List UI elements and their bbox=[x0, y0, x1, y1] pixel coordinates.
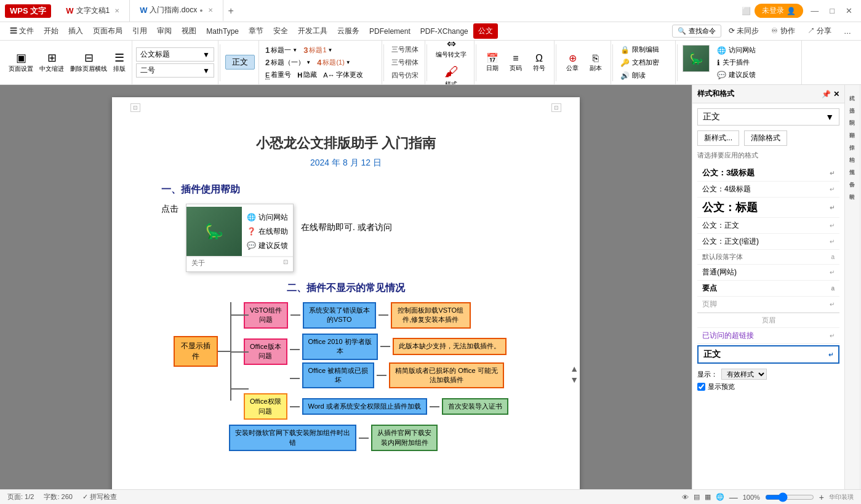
menu-more[interactable]: … bbox=[839, 25, 856, 38]
panel-pin-btn[interactable]: 📌 bbox=[822, 90, 831, 98]
del-header-btn[interactable]: ⊟ 删除页眉横线 bbox=[68, 50, 110, 74]
style-item-body-current[interactable]: 正文 ↵ bbox=[697, 345, 839, 364]
about-plugin-btn[interactable]: ℹ 关于插件 bbox=[715, 57, 758, 68]
popup-feedback-btn[interactable]: 💬 建议反馈 bbox=[247, 241, 288, 251]
screen-icon[interactable]: ⬜ bbox=[742, 7, 751, 15]
style-item-default-para[interactable]: 默认段落字体 a bbox=[697, 250, 839, 265]
scroll-down-btn[interactable]: ▼ bbox=[570, 375, 579, 385]
menu-insert[interactable]: 插入 bbox=[63, 23, 88, 39]
display-select[interactable]: 有效样式 bbox=[721, 369, 767, 380]
menu-unsync[interactable]: ⟳ 未同步 bbox=[724, 23, 764, 39]
date-btn[interactable]: 📅 日期 bbox=[481, 50, 503, 75]
zoom-out-btn[interactable]: — bbox=[729, 492, 738, 502]
hide-btn[interactable]: H 隐藏 bbox=[295, 70, 319, 80]
strip-map-icon[interactable]: 映射 bbox=[847, 188, 857, 191]
symbol-btn[interactable]: Ω 符号 bbox=[528, 50, 550, 75]
menu-official[interactable]: 公文 bbox=[473, 23, 498, 39]
strip-select-icon[interactable]: 选择 bbox=[847, 102, 857, 105]
current-style-box[interactable]: 正文 ▼ bbox=[697, 108, 839, 126]
menu-mathtype[interactable]: MathType bbox=[201, 25, 244, 38]
menu-chapter[interactable]: 章节 bbox=[244, 23, 268, 39]
menu-view[interactable]: 视图 bbox=[177, 23, 201, 39]
menu-review[interactable]: 审阅 bbox=[152, 23, 177, 39]
menu-share[interactable]: ↗ 分享 bbox=[803, 23, 836, 39]
cn-compact-btn[interactable]: ⊞ 中文缩进 bbox=[37, 50, 66, 74]
search-command[interactable]: 🔍 查找命令 bbox=[672, 25, 721, 38]
app-logo[interactable]: WPS 文字 bbox=[5, 4, 51, 18]
doc-encrypt-btn[interactable]: 🔑 文档加密 bbox=[618, 57, 671, 68]
strip-restrict-icon[interactable]: 限制 bbox=[847, 114, 857, 117]
panel-close-btn[interactable]: ✕ bbox=[833, 90, 839, 98]
menu-home[interactable]: 开始 bbox=[39, 23, 63, 39]
menu-devtools[interactable]: 开发工具 bbox=[293, 23, 332, 39]
show-preview-checkbox[interactable] bbox=[697, 383, 705, 391]
style-item-h3[interactable]: 公文：3级标题 ↵ bbox=[697, 165, 839, 182]
bold-mark-btn[interactable]: E 着重号 bbox=[263, 70, 294, 80]
menu-collab[interactable]: ♾ 协作 bbox=[766, 23, 799, 39]
menu-file[interactable]: ☰ 文件 bbox=[5, 23, 39, 39]
strip-structure-icon[interactable]: 结构 bbox=[847, 151, 857, 154]
scroll-up-btn[interactable]: ▲ bbox=[570, 364, 579, 374]
strip-attr-icon[interactable]: 属性 bbox=[847, 164, 857, 166]
popup-help-btn[interactable]: ❓ 在线帮助 bbox=[247, 226, 288, 237]
zoom-slider[interactable] bbox=[765, 492, 814, 502]
list3-btn[interactable]: 四号仿宋 bbox=[389, 70, 421, 81]
doc-scroll-area[interactable]: ⊡ ⊡ 小恐龙公文排版助手 入门指南 2024 年 8 月 12 日 一、插件使… bbox=[0, 85, 692, 489]
menu-reference[interactable]: 引用 bbox=[127, 23, 152, 39]
convert-btn[interactable]: ⇔ 编号转文字 bbox=[432, 41, 470, 62]
menu-security[interactable]: 安全 bbox=[268, 23, 293, 39]
tab-doc1[interactable]: W 文字文稿1 ✕ bbox=[56, 0, 130, 22]
style-item-body-indent[interactable]: 公文：正文(缩进) ↵ bbox=[697, 234, 839, 250]
font-change-btn[interactable]: A↔ 字体更改 bbox=[321, 70, 365, 80]
menu-pdfelement[interactable]: PDFelement bbox=[364, 25, 415, 38]
maximize-button[interactable]: □ bbox=[826, 5, 838, 17]
style-item-web[interactable]: 普通(网站) ↵ bbox=[697, 265, 839, 281]
body-format-btn[interactable]: 正文 bbox=[225, 55, 255, 70]
strip-operate-icon[interactable]: 操作 bbox=[847, 139, 857, 142]
tab2-close[interactable]: ✕ bbox=[208, 7, 213, 14]
common-seal-btn[interactable]: ⊕ 公章 bbox=[561, 50, 583, 75]
restrict-edit-btn[interactable]: 🔒 限制编辑 bbox=[618, 44, 671, 55]
clear-format-btn[interactable]: 清除格式 bbox=[744, 130, 787, 146]
login-button[interactable]: 未登录 👤 bbox=[755, 4, 803, 18]
style-item-title[interactable]: 公文：标题 ↵ bbox=[697, 198, 839, 218]
strip-backup-icon[interactable]: 备份 bbox=[847, 176, 857, 178]
visit-website-btn[interactable]: 🌐 访问网站 bbox=[715, 45, 758, 55]
view-web-icon[interactable]: 🌐 bbox=[716, 493, 724, 501]
format-btn[interactable]: ☰ 排版 bbox=[111, 50, 128, 74]
menu-pdfxchange[interactable]: PDF-XChange bbox=[415, 25, 473, 38]
style-item-footer[interactable]: 页脚 ↵ bbox=[697, 297, 839, 313]
popup-visit-btn[interactable]: 🌐 访问网站 bbox=[247, 212, 288, 223]
minimize-button[interactable]: — bbox=[807, 5, 822, 17]
view-layout-icon[interactable]: ▤ bbox=[694, 493, 700, 501]
close-button[interactable]: ✕ bbox=[842, 5, 856, 17]
menu-cloud[interactable]: 云服务 bbox=[332, 23, 364, 39]
add-tab-button[interactable]: + bbox=[223, 6, 239, 17]
list2-btn[interactable]: 三号楷体 bbox=[389, 57, 421, 68]
style-num-dropdown[interactable]: 二号 ▼ bbox=[136, 63, 214, 78]
list1-btn[interactable]: 三号黑体 bbox=[389, 44, 421, 55]
suggest-btn[interactable]: 💬 建议反馈 bbox=[715, 70, 758, 80]
style1-btn[interactable]: 1 标题一 ▼ bbox=[263, 45, 300, 55]
view-normal-icon[interactable]: 👁 bbox=[682, 494, 689, 501]
style-item-key[interactable]: 要点 a bbox=[697, 281, 839, 297]
style-item-visited[interactable]: 已访问的超链接 ↵ bbox=[697, 328, 839, 344]
style2-btn[interactable]: 2 标题（一） ▼ bbox=[263, 57, 313, 68]
zoom-in-btn[interactable]: + bbox=[819, 492, 824, 502]
strip-translate-icon[interactable]: 翻译 bbox=[847, 127, 857, 129]
style3-btn[interactable]: 3 标题1 ▼ bbox=[301, 45, 335, 55]
copy-btn[interactable]: ⎘ 副本 bbox=[585, 50, 607, 75]
menu-page-layout[interactable]: 页面布局 bbox=[88, 23, 127, 39]
page-setup-btn[interactable]: ▣ 页面设置 bbox=[6, 50, 36, 74]
strip-style-icon[interactable]: 样式 bbox=[847, 90, 857, 92]
tab1-close[interactable]: ✕ bbox=[114, 7, 119, 14]
view-list-icon[interactable]: ▦ bbox=[705, 493, 711, 501]
tab-doc2[interactable]: W 入门指南.docx ● ✕ bbox=[130, 0, 223, 22]
style31-btn[interactable]: 4 标题(1) ▼ bbox=[314, 57, 353, 68]
header-footer-btn[interactable]: ≡ 页码 bbox=[505, 50, 527, 75]
plugin-avatar[interactable]: 🦕 bbox=[683, 45, 710, 72]
style-item-h4[interactable]: 公文：4级标题 ↵ bbox=[697, 182, 839, 198]
new-style-btn[interactable]: 新样式... bbox=[697, 130, 739, 146]
style-dropdown[interactable]: 公文标题 ▼ bbox=[136, 47, 214, 62]
style-brush-btn[interactable]: 🖌 样式 bbox=[432, 62, 470, 86]
